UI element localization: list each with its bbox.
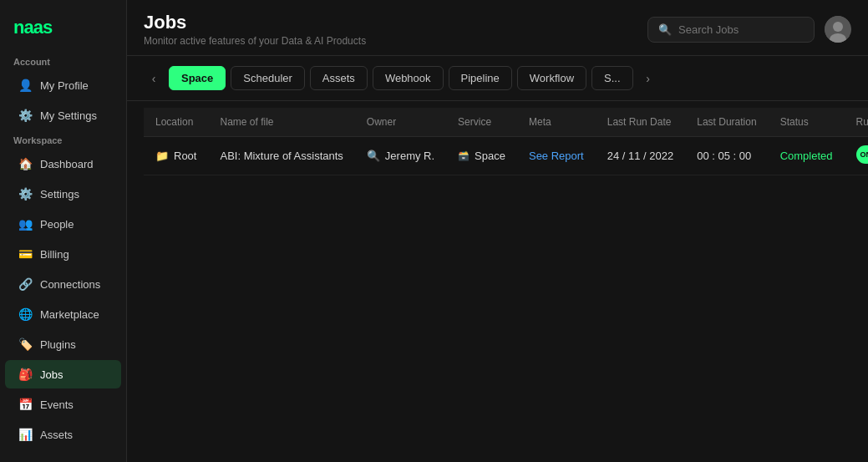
sidebar: naas Account 👤 My Profile ⚙️ My Settings…: [0, 0, 127, 462]
running-toggle[interactable]: ON: [856, 145, 869, 164]
tab-pipeline[interactable]: Pipeline: [449, 66, 512, 90]
col-name-of-file: Name of file: [208, 108, 354, 137]
sidebar-item-connections[interactable]: 🔗 Connections: [5, 270, 121, 298]
search-bar[interactable]: 🔍: [647, 17, 815, 43]
col-location: Location: [144, 108, 208, 137]
cell-name-of-file: ABI: Mixture of Assistants: [208, 137, 354, 175]
tab-next-arrow[interactable]: ›: [638, 69, 658, 89]
folder-icon: 📁: [155, 150, 169, 162]
sidebar-dashboard-label: Dashboard: [40, 158, 94, 170]
sidebar-item-profile[interactable]: 👤 My Profile: [5, 71, 121, 99]
toggle-label: ON: [860, 150, 869, 159]
sidebar-assets-label: Assets: [40, 429, 73, 441]
col-owner: Owner: [355, 108, 446, 137]
account-section-label: Account: [0, 52, 126, 70]
tab-prev-arrow[interactable]: ‹: [144, 69, 164, 89]
sidebar-item-marketplace[interactable]: 🌐 Marketplace: [5, 300, 121, 328]
cell-service: 🗃️ Space: [446, 137, 517, 175]
sidebar-events-label: Events: [40, 399, 74, 411]
header-left: Jobs Monitor active features of your Dat…: [144, 12, 366, 47]
search-icon: 🔍: [658, 23, 672, 36]
tabs-row: ‹ Space Scheduler Assets Webhook Pipelin…: [127, 56, 868, 101]
sidebar-item-jobs[interactable]: 🎒 Jobs: [5, 360, 121, 388]
cell-last-run-date: 24 / 11 / 2022: [596, 137, 686, 175]
cell-meta[interactable]: See Report: [517, 137, 596, 175]
billing-icon: 💳: [18, 247, 32, 261]
profile-icon: 👤: [18, 79, 32, 92]
status-badge: Completed: [780, 150, 833, 162]
sidebar-item-events[interactable]: 📅 Events: [5, 390, 121, 419]
sidebar-plugins-label: Plugins: [40, 338, 76, 351]
col-status: Status: [769, 108, 845, 137]
cell-status: Completed: [769, 137, 845, 175]
sidebar-item-dashboard[interactable]: 🏠 Dashboard: [5, 150, 121, 178]
assets-icon: 📊: [18, 428, 32, 441]
table-row: 📁 Root ABI: Mixture of Assistants 🔍 Jere…: [144, 137, 868, 175]
sidebar-item-people[interactable]: 👥 People: [5, 210, 121, 238]
sidebar-profile-label: My Profile: [40, 79, 89, 92]
sidebar-marketplace-label: Marketplace: [40, 308, 99, 321]
sidebar-ws-settings-label: Settings: [40, 188, 79, 201]
sidebar-billing-label: Billing: [40, 248, 69, 261]
jobs-table-container: Location Name of file Owner Service Meta…: [127, 101, 868, 462]
owner-search-icon: 🔍: [367, 150, 380, 162]
sidebar-jobs-label: Jobs: [40, 368, 63, 381]
avatar[interactable]: [825, 16, 851, 43]
tab-assets[interactable]: Assets: [310, 66, 368, 90]
main-content: Jobs Monitor active features of your Dat…: [127, 0, 868, 462]
tab-more[interactable]: S...: [591, 66, 633, 90]
main-header: Jobs Monitor active features of your Dat…: [127, 0, 868, 56]
search-input[interactable]: [678, 23, 804, 36]
dashboard-icon: 🏠: [18, 157, 32, 170]
sidebar-item-billing[interactable]: 💳 Billing: [5, 240, 121, 268]
sidebar-item-plugins[interactable]: 🏷️ Plugins: [5, 330, 121, 358]
sidebar-connections-label: Connections: [40, 278, 100, 291]
sidebar-item-settings[interactable]: ⚙️ Settings: [5, 180, 121, 208]
cell-last-duration: 00 : 05 : 00: [685, 137, 768, 175]
jobs-icon: 🎒: [18, 368, 32, 381]
tab-scheduler[interactable]: Scheduler: [231, 66, 305, 90]
col-running: Running: [845, 108, 869, 137]
logo: naas: [0, 10, 126, 52]
page-subtitle: Monitor active features of your Data & A…: [144, 35, 366, 47]
col-last-duration: Last Duration: [685, 108, 768, 137]
avatar-image: [825, 16, 851, 43]
page-title: Jobs: [144, 12, 366, 33]
sidebar-settings-label: My Settings: [40, 109, 97, 122]
cell-running[interactable]: ON: [845, 137, 869, 175]
cell-location: 📁 Root: [144, 137, 208, 175]
tab-workflow[interactable]: Workflow: [517, 66, 586, 90]
service-icon: 🗃️: [458, 150, 470, 161]
sidebar-item-my-settings[interactable]: ⚙️ My Settings: [5, 101, 121, 129]
col-meta: Meta: [517, 108, 596, 137]
logo-text: naas: [13, 17, 52, 38]
table-header-row: Location Name of file Owner Service Meta…: [144, 108, 868, 137]
svg-point-1: [833, 22, 843, 32]
workspace-section-label: Workspace: [0, 130, 126, 149]
settings-icon: ⚙️: [18, 109, 32, 122]
people-icon: 👥: [18, 217, 32, 231]
tab-webhook[interactable]: Webhook: [373, 66, 444, 90]
jobs-table: Location Name of file Owner Service Meta…: [144, 108, 868, 175]
marketplace-icon: 🌐: [18, 307, 32, 321]
sidebar-item-assets[interactable]: 📊 Assets: [5, 420, 121, 449]
plugins-icon: 🏷️: [18, 338, 32, 351]
col-last-run-date: Last Run Date: [596, 108, 686, 137]
cell-owner: 🔍 Jeremy R.: [355, 137, 446, 175]
col-service: Service: [446, 108, 517, 137]
connections-icon: 🔗: [18, 277, 32, 291]
events-icon: 📅: [18, 398, 32, 411]
ws-settings-icon: ⚙️: [18, 187, 32, 201]
sidebar-people-label: People: [40, 218, 74, 231]
tab-space[interactable]: Space: [169, 66, 226, 90]
